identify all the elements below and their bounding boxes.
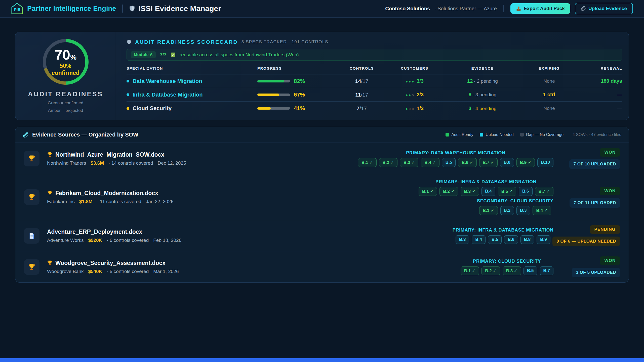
status-badge: PENDING <box>590 225 620 234</box>
control-badge-b-2[interactable]: B.2 ✓ <box>481 266 500 275</box>
control-badge-b-1[interactable]: B.1 ✓ <box>461 266 479 275</box>
spec-group-heading: SECONDARY: CLOUD SECURITY <box>477 198 553 204</box>
control-badges-block: PRIMARY: CLOUD SECURITY B.1 ✓B.2 ✓B.3 ✓B… <box>461 259 553 275</box>
scorecard-body: AUDIT READINESS SCORECARD 3 SPECS TRACKE… <box>116 32 629 120</box>
sow-filename[interactable]: Woodgrove_Security_Assessment.docx <box>47 260 453 266</box>
control-badge-b-7[interactable]: B.7 <box>540 266 553 275</box>
control-badge-b-6[interactable]: B.6 ✓ <box>458 158 476 167</box>
primary-spec-group: PRIMARY: INFRA & DATABASE MIGRATION B.3B… <box>453 228 553 244</box>
customer-name: Northwind Traders <box>47 160 86 166</box>
control-badge-b-6[interactable]: B.6 <box>519 187 532 196</box>
sow-row-fabrikam[interactable]: Fabrikam_Cloud_Modernization.docx Fabrik… <box>15 174 629 220</box>
document-icon <box>24 228 39 244</box>
upload-progress-badge: 3 OF 5 UPLOADED <box>572 268 620 277</box>
customers-cell: ●●●3/3 <box>406 78 424 84</box>
evidence-cell: 3 · 4 pending <box>469 106 497 111</box>
col-progress: PROGRESS <box>257 66 340 70</box>
control-badge-b-8[interactable]: B.8 <box>520 235 534 244</box>
control-badge-b-2[interactable]: B.2 ✓ <box>379 158 397 167</box>
status-badge: WON <box>600 148 620 157</box>
evidence-sources-panel: Evidence Sources — Organized by SOW Audi… <box>15 127 629 283</box>
audit-readiness-gauge: 70% 50% confirmed <box>43 39 89 85</box>
spec-name-cell: Data Warehouse Migration <box>127 78 257 84</box>
control-badge-b-3[interactable]: B.3 <box>456 235 469 244</box>
spec-group-heading: PRIMARY: INFRA & DATABASE MIGRATION <box>453 228 553 233</box>
paperclip-icon <box>581 6 586 11</box>
control-badge-b-3[interactable]: B.3 ✓ <box>503 266 521 275</box>
sow-filename[interactable]: Northwind_Azure_Migration_SOW.docx <box>47 151 350 158</box>
customer-name: Woodgrove Bank <box>47 269 84 274</box>
control-badge-b-5[interactable]: B.5 <box>442 158 456 167</box>
control-badges: B.1 ✓B.2 ✓B.3 ✓B.4 ✓B.5B.6 ✓B.7 ✓B.8B.9 … <box>358 158 553 167</box>
control-badge-b-4[interactable]: B.4 <box>481 187 495 196</box>
control-badge-b-10[interactable]: B.10 <box>537 158 553 167</box>
customers-cell: ●○○1/3 <box>406 106 424 111</box>
sow-date: Feb 18, 2026 <box>153 238 181 243</box>
control-badge-b-5[interactable]: B.5 ✓ <box>498 187 516 196</box>
control-badges-block: PRIMARY: DATA WAREHOUSE MIGRATION B.1 ✓B… <box>358 150 553 167</box>
control-badge-b-1[interactable]: B.1 ✓ <box>358 158 376 167</box>
sow-meta: Fabrikam Inc $1.8M · 11 controls covered… <box>47 199 411 204</box>
control-badge-b-3[interactable]: B.3 ✓ <box>400 158 418 167</box>
control-badge-b-1[interactable]: B.1 ✓ <box>419 187 437 196</box>
control-badge-b-9[interactable]: B.9 <box>537 235 550 244</box>
sow-filename[interactable]: Fabrikam_Cloud_Modernization.docx <box>47 190 411 197</box>
sow-filename[interactable]: Adventure_ERP_Deployment.docx <box>47 229 445 235</box>
col-customers: CUSTOMERS <box>401 66 428 70</box>
sow-row-northwind[interactable]: Northwind_Azure_Migration_SOW.docx North… <box>15 143 629 174</box>
spec-row-infra-database-migration[interactable]: Infra & Database Migration 67% 11/17 ●●○… <box>127 88 622 102</box>
svg-text:PIE: PIE <box>14 7 20 12</box>
page-title-wrap: ISSI Evidence Manager <box>129 4 221 13</box>
gauge-total-value: 70% <box>55 48 76 62</box>
renewal-cell: — <box>617 92 622 98</box>
header-actions: Contoso Solutions · Solutions Partner — … <box>385 3 633 14</box>
spec-row-cloud-security[interactable]: Cloud Security 41% 7/17 ●○○1/3 3 · 4 pen… <box>127 102 622 115</box>
control-badge-b-7[interactable]: B.7 ✓ <box>535 187 553 196</box>
secondary-spec-group: SECONDARY: CLOUD SECURITY B.1 ✓B.2B.3B.4… <box>477 198 553 215</box>
module-a-text: reusable across all specs from Northwind… <box>180 52 299 58</box>
progress-cell: 82% <box>257 78 340 84</box>
spec-group-heading: PRIMARY: INFRA & DATABASE MIGRATION <box>435 179 536 185</box>
control-badges-block: PRIMARY: INFRA & DATABASE MIGRATION B.1 … <box>419 179 553 215</box>
gauge-legend-amber: Amber = projected <box>48 108 83 113</box>
document-icon <box>28 232 35 239</box>
control-badge-b-8[interactable]: B.8 <box>500 158 514 167</box>
spec-dot <box>127 107 129 110</box>
export-audit-pack-button[interactable]: Export Audit Pack <box>510 3 570 14</box>
control-badge-b-5[interactable]: B.5 <box>524 266 537 275</box>
control-badge-b-2[interactable]: B.2 <box>500 206 514 215</box>
controls-covered: · 11 controls covered <box>97 199 141 204</box>
progress-bar <box>257 80 290 82</box>
col-evidence: EVIDENCE <box>471 66 494 70</box>
evidence-summary: 4 SOWs · 47 evidence files <box>573 132 621 137</box>
control-badge-b-6[interactable]: B.6 <box>504 235 518 244</box>
col-controls: CONTROLS <box>350 66 374 70</box>
trophy-icon <box>28 193 35 201</box>
export-button-label: Export Audit Pack <box>524 6 565 11</box>
customer-name: Adventure Works <box>47 238 84 243</box>
control-badge-b-3[interactable]: B.3 ✓ <box>461 187 479 196</box>
controls-covered: · 14 controls covered <box>108 160 153 166</box>
sow-row-adventure[interactable]: Adventure_ERP_Deployment.docx Adventure … <box>15 220 629 251</box>
renewal-cell: — <box>617 106 622 111</box>
upload-evidence-button[interactable]: Upload Evidence <box>575 3 633 14</box>
control-badge-b-3[interactable]: B.3 <box>516 206 530 215</box>
control-badge-b-7[interactable]: B.7 ✓ <box>479 158 498 167</box>
upload-button-label: Upload Evidence <box>588 6 627 11</box>
control-badges: B.3B.4B.5B.6B.8B.9 <box>456 235 550 244</box>
green-check-icon <box>171 52 176 57</box>
control-badge-b-5[interactable]: B.5 <box>488 235 502 244</box>
control-badges: B.1 ✓B.2 ✓B.3 ✓B.5B.7 <box>461 266 553 275</box>
control-badge-b-4[interactable]: B.4 <box>472 235 485 244</box>
progress-bar <box>257 94 290 96</box>
spec-row-data-warehouse-migration[interactable]: Data Warehouse Migration 82% 14/17 ●●●3/… <box>127 74 622 88</box>
col-renewal: RENEWAL <box>601 66 622 70</box>
control-badge-b-1[interactable]: B.1 ✓ <box>479 206 498 215</box>
control-badge-b-9[interactable]: B.9 ✓ <box>516 158 535 167</box>
control-badge-b-2[interactable]: B.2 ✓ <box>439 187 458 196</box>
control-badge-b-4[interactable]: B.4 ✓ <box>533 206 551 215</box>
spec-dot <box>127 93 129 96</box>
sow-row-woodgrove[interactable]: Woodgrove_Security_Assessment.docx Woodg… <box>15 251 629 282</box>
control-badge-b-4[interactable]: B.4 ✓ <box>421 158 439 167</box>
controls-cell: 7/17 <box>357 105 367 111</box>
